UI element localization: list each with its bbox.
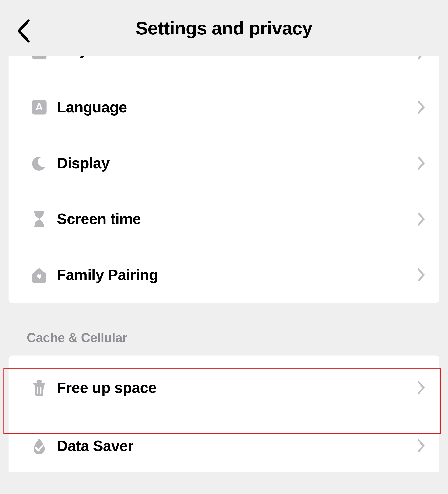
settings-row-label: Language — [57, 99, 417, 116]
settings-row-screen-time[interactable]: Screen time — [9, 191, 439, 247]
settings-row-label: Family Pairing — [57, 266, 417, 284]
chevron-right-icon — [417, 380, 426, 395]
moon-icon — [31, 155, 47, 171]
settings-panel-cache: Free up space Data Saver — [9, 356, 439, 472]
settings-row-free-up-space[interactable]: Free up space — [9, 356, 439, 420]
droplet-icon — [32, 437, 47, 455]
svg-rect-2 — [34, 211, 44, 212]
hourglass-icon — [33, 211, 45, 227]
header-bar: Settings and privacy — [0, 0, 448, 56]
svg-rect-6 — [37, 387, 38, 394]
svg-rect-3 — [34, 225, 44, 227]
chevron-right-icon — [417, 268, 426, 283]
svg-rect-5 — [37, 380, 42, 383]
settings-row-label: Free up space — [57, 379, 417, 396]
chevron-right-icon — [417, 212, 426, 226]
svg-rect-4 — [33, 383, 45, 385]
settings-row-label: Data Saver — [57, 437, 417, 455]
back-button[interactable] — [15, 19, 33, 43]
chevron-left-icon — [15, 19, 33, 43]
chevron-right-icon — [417, 56, 426, 60]
settings-row-language[interactable]: A Language — [9, 79, 439, 135]
settings-row-data-saver[interactable]: Data Saver — [9, 420, 439, 471]
section-header-cache: Cache & Cellular — [27, 331, 448, 345]
svg-rect-0 — [32, 56, 47, 59]
letter-a-icon: A — [32, 100, 47, 115]
settings-row-label: Screen time — [57, 210, 417, 227]
settings-row-display[interactable]: Display — [9, 135, 439, 191]
chevron-right-icon — [417, 156, 426, 171]
play-icon — [32, 56, 47, 59]
trash-icon — [32, 379, 47, 396]
page-title: Settings and privacy — [0, 17, 448, 38]
settings-row-playback[interactable]: Playback — [9, 56, 439, 79]
settings-row-family-pairing[interactable]: Family Pairing — [9, 247, 439, 303]
chevron-right-icon — [417, 439, 426, 453]
svg-rect-7 — [40, 387, 41, 394]
settings-row-label: Display — [57, 154, 417, 172]
settings-row-label: Playback — [57, 56, 417, 59]
home-heart-icon — [31, 267, 47, 283]
chevron-right-icon — [417, 100, 426, 115]
settings-panel-general: Playback A Language Display — [9, 56, 439, 303]
